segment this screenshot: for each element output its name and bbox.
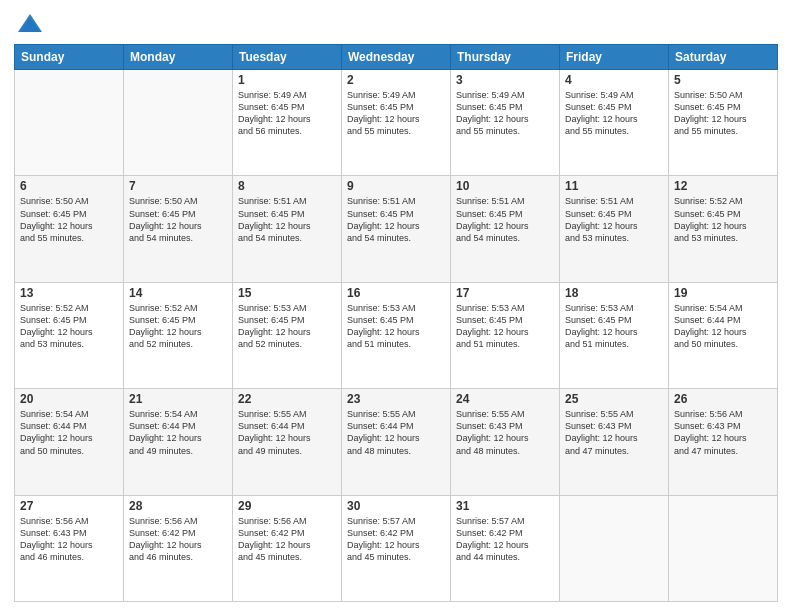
day-info: Sunrise: 5:50 AM Sunset: 6:45 PM Dayligh…	[674, 89, 772, 138]
calendar-cell: 2Sunrise: 5:49 AM Sunset: 6:45 PM Daylig…	[342, 70, 451, 176]
day-info: Sunrise: 5:55 AM Sunset: 6:43 PM Dayligh…	[565, 408, 663, 457]
day-number: 28	[129, 499, 227, 513]
day-info: Sunrise: 5:55 AM Sunset: 6:44 PM Dayligh…	[238, 408, 336, 457]
weekday-header-wednesday: Wednesday	[342, 45, 451, 70]
calendar-cell: 11Sunrise: 5:51 AM Sunset: 6:45 PM Dayli…	[560, 176, 669, 282]
day-info: Sunrise: 5:53 AM Sunset: 6:45 PM Dayligh…	[565, 302, 663, 351]
day-info: Sunrise: 5:53 AM Sunset: 6:45 PM Dayligh…	[238, 302, 336, 351]
calendar-cell: 31Sunrise: 5:57 AM Sunset: 6:42 PM Dayli…	[451, 495, 560, 601]
day-info: Sunrise: 5:52 AM Sunset: 6:45 PM Dayligh…	[674, 195, 772, 244]
day-number: 7	[129, 179, 227, 193]
calendar-cell: 29Sunrise: 5:56 AM Sunset: 6:42 PM Dayli…	[233, 495, 342, 601]
day-number: 2	[347, 73, 445, 87]
calendar-cell: 27Sunrise: 5:56 AM Sunset: 6:43 PM Dayli…	[15, 495, 124, 601]
calendar-cell	[560, 495, 669, 601]
day-number: 16	[347, 286, 445, 300]
day-number: 10	[456, 179, 554, 193]
day-number: 18	[565, 286, 663, 300]
weekday-header-sunday: Sunday	[15, 45, 124, 70]
calendar-cell: 25Sunrise: 5:55 AM Sunset: 6:43 PM Dayli…	[560, 389, 669, 495]
day-number: 15	[238, 286, 336, 300]
day-number: 31	[456, 499, 554, 513]
calendar-cell: 1Sunrise: 5:49 AM Sunset: 6:45 PM Daylig…	[233, 70, 342, 176]
day-number: 26	[674, 392, 772, 406]
calendar-cell: 13Sunrise: 5:52 AM Sunset: 6:45 PM Dayli…	[15, 282, 124, 388]
day-info: Sunrise: 5:54 AM Sunset: 6:44 PM Dayligh…	[674, 302, 772, 351]
calendar-cell: 6Sunrise: 5:50 AM Sunset: 6:45 PM Daylig…	[15, 176, 124, 282]
day-info: Sunrise: 5:51 AM Sunset: 6:45 PM Dayligh…	[238, 195, 336, 244]
day-number: 3	[456, 73, 554, 87]
day-info: Sunrise: 5:54 AM Sunset: 6:44 PM Dayligh…	[20, 408, 118, 457]
day-number: 11	[565, 179, 663, 193]
day-info: Sunrise: 5:49 AM Sunset: 6:45 PM Dayligh…	[347, 89, 445, 138]
day-info: Sunrise: 5:56 AM Sunset: 6:42 PM Dayligh…	[129, 515, 227, 564]
day-number: 21	[129, 392, 227, 406]
day-number: 20	[20, 392, 118, 406]
calendar-cell: 17Sunrise: 5:53 AM Sunset: 6:45 PM Dayli…	[451, 282, 560, 388]
calendar-cell	[124, 70, 233, 176]
day-number: 8	[238, 179, 336, 193]
day-number: 12	[674, 179, 772, 193]
day-info: Sunrise: 5:50 AM Sunset: 6:45 PM Dayligh…	[20, 195, 118, 244]
calendar-cell: 30Sunrise: 5:57 AM Sunset: 6:42 PM Dayli…	[342, 495, 451, 601]
calendar-cell: 28Sunrise: 5:56 AM Sunset: 6:42 PM Dayli…	[124, 495, 233, 601]
calendar-cell: 20Sunrise: 5:54 AM Sunset: 6:44 PM Dayli…	[15, 389, 124, 495]
calendar-table: SundayMondayTuesdayWednesdayThursdayFrid…	[14, 44, 778, 602]
day-info: Sunrise: 5:53 AM Sunset: 6:45 PM Dayligh…	[456, 302, 554, 351]
weekday-header-saturday: Saturday	[669, 45, 778, 70]
day-info: Sunrise: 5:57 AM Sunset: 6:42 PM Dayligh…	[456, 515, 554, 564]
day-number: 14	[129, 286, 227, 300]
calendar-cell: 19Sunrise: 5:54 AM Sunset: 6:44 PM Dayli…	[669, 282, 778, 388]
weekday-header-friday: Friday	[560, 45, 669, 70]
day-info: Sunrise: 5:49 AM Sunset: 6:45 PM Dayligh…	[565, 89, 663, 138]
day-number: 6	[20, 179, 118, 193]
calendar-cell: 12Sunrise: 5:52 AM Sunset: 6:45 PM Dayli…	[669, 176, 778, 282]
day-info: Sunrise: 5:50 AM Sunset: 6:45 PM Dayligh…	[129, 195, 227, 244]
header	[14, 10, 778, 38]
calendar-cell: 21Sunrise: 5:54 AM Sunset: 6:44 PM Dayli…	[124, 389, 233, 495]
day-info: Sunrise: 5:51 AM Sunset: 6:45 PM Dayligh…	[565, 195, 663, 244]
day-number: 13	[20, 286, 118, 300]
calendar-week-row: 13Sunrise: 5:52 AM Sunset: 6:45 PM Dayli…	[15, 282, 778, 388]
day-number: 30	[347, 499, 445, 513]
calendar-week-row: 1Sunrise: 5:49 AM Sunset: 6:45 PM Daylig…	[15, 70, 778, 176]
calendar-cell	[669, 495, 778, 601]
day-number: 5	[674, 73, 772, 87]
day-info: Sunrise: 5:56 AM Sunset: 6:42 PM Dayligh…	[238, 515, 336, 564]
weekday-header-tuesday: Tuesday	[233, 45, 342, 70]
calendar-cell: 5Sunrise: 5:50 AM Sunset: 6:45 PM Daylig…	[669, 70, 778, 176]
day-number: 4	[565, 73, 663, 87]
calendar-cell: 23Sunrise: 5:55 AM Sunset: 6:44 PM Dayli…	[342, 389, 451, 495]
day-number: 24	[456, 392, 554, 406]
day-number: 22	[238, 392, 336, 406]
day-info: Sunrise: 5:53 AM Sunset: 6:45 PM Dayligh…	[347, 302, 445, 351]
calendar-cell: 10Sunrise: 5:51 AM Sunset: 6:45 PM Dayli…	[451, 176, 560, 282]
calendar-cell: 3Sunrise: 5:49 AM Sunset: 6:45 PM Daylig…	[451, 70, 560, 176]
calendar-cell: 15Sunrise: 5:53 AM Sunset: 6:45 PM Dayli…	[233, 282, 342, 388]
calendar-week-row: 6Sunrise: 5:50 AM Sunset: 6:45 PM Daylig…	[15, 176, 778, 282]
calendar-week-row: 20Sunrise: 5:54 AM Sunset: 6:44 PM Dayli…	[15, 389, 778, 495]
calendar-week-row: 27Sunrise: 5:56 AM Sunset: 6:43 PM Dayli…	[15, 495, 778, 601]
day-info: Sunrise: 5:57 AM Sunset: 6:42 PM Dayligh…	[347, 515, 445, 564]
day-info: Sunrise: 5:49 AM Sunset: 6:45 PM Dayligh…	[456, 89, 554, 138]
calendar-cell: 18Sunrise: 5:53 AM Sunset: 6:45 PM Dayli…	[560, 282, 669, 388]
calendar-cell: 16Sunrise: 5:53 AM Sunset: 6:45 PM Dayli…	[342, 282, 451, 388]
day-number: 27	[20, 499, 118, 513]
calendar-cell: 8Sunrise: 5:51 AM Sunset: 6:45 PM Daylig…	[233, 176, 342, 282]
day-info: Sunrise: 5:51 AM Sunset: 6:45 PM Dayligh…	[347, 195, 445, 244]
day-info: Sunrise: 5:55 AM Sunset: 6:44 PM Dayligh…	[347, 408, 445, 457]
day-number: 17	[456, 286, 554, 300]
calendar-cell	[15, 70, 124, 176]
calendar-cell: 24Sunrise: 5:55 AM Sunset: 6:43 PM Dayli…	[451, 389, 560, 495]
logo-icon	[16, 10, 44, 38]
day-info: Sunrise: 5:55 AM Sunset: 6:43 PM Dayligh…	[456, 408, 554, 457]
calendar-cell: 7Sunrise: 5:50 AM Sunset: 6:45 PM Daylig…	[124, 176, 233, 282]
calendar-cell: 4Sunrise: 5:49 AM Sunset: 6:45 PM Daylig…	[560, 70, 669, 176]
day-info: Sunrise: 5:54 AM Sunset: 6:44 PM Dayligh…	[129, 408, 227, 457]
day-number: 29	[238, 499, 336, 513]
day-number: 1	[238, 73, 336, 87]
day-number: 23	[347, 392, 445, 406]
day-info: Sunrise: 5:56 AM Sunset: 6:43 PM Dayligh…	[674, 408, 772, 457]
day-info: Sunrise: 5:49 AM Sunset: 6:45 PM Dayligh…	[238, 89, 336, 138]
day-info: Sunrise: 5:52 AM Sunset: 6:45 PM Dayligh…	[20, 302, 118, 351]
